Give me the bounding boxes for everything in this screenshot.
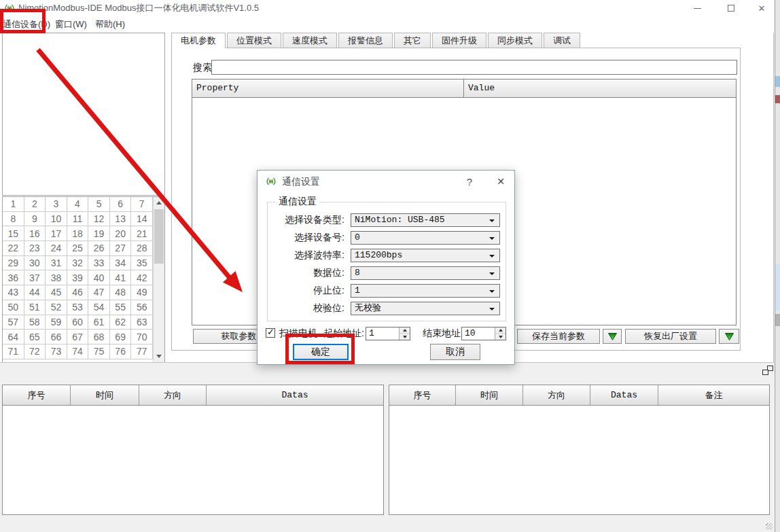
address-grid-cell[interactable]: 37	[24, 270, 46, 285]
address-grid-cell[interactable]: 65	[24, 330, 46, 344]
address-grid-cell[interactable]: 11	[67, 212, 89, 227]
address-grid-cell[interactable]: 12	[88, 212, 110, 227]
address-grid-cell[interactable]: 16	[24, 226, 46, 241]
address-grid-cell[interactable]: 38	[46, 270, 67, 285]
address-grid-cell[interactable]: 71	[3, 344, 24, 359]
address-grid-cell[interactable]: 13	[110, 212, 132, 227]
address-grid-cell[interactable]: 70	[131, 330, 153, 344]
tab-position-mode[interactable]: 位置模式	[227, 33, 281, 48]
address-grid-cell[interactable]: 2	[24, 197, 46, 212]
end-address-spinner[interactable]: 10	[461, 327, 506, 340]
restore-dropdown-button[interactable]	[719, 329, 739, 344]
address-grid-cell[interactable]: 21	[131, 226, 153, 241]
address-grid-cell[interactable]: 5	[88, 197, 110, 212]
address-grid-cell[interactable]: 41	[110, 270, 132, 285]
address-grid-cell[interactable]: 58	[24, 315, 46, 330]
address-grid-cell[interactable]: 3	[46, 197, 67, 212]
menu-window[interactable]: 窗口(W)	[55, 16, 87, 33]
resize-grip[interactable]	[766, 523, 773, 530]
address-grid-cell[interactable]: 17	[46, 226, 67, 241]
close-button[interactable]: ✕	[751, 0, 772, 16]
address-grid-cell[interactable]: 50	[3, 300, 24, 315]
float-dock-button[interactable]	[762, 366, 773, 375]
scan-motor-checkbox[interactable]: ✓	[266, 328, 275, 338]
tab-debug[interactable]: 调试	[544, 33, 580, 48]
address-grid-cell[interactable]: 36	[3, 270, 24, 285]
menu-communication-device[interactable]: 通信设备(D)	[3, 16, 50, 33]
address-grid-cell[interactable]: 67	[67, 330, 89, 344]
menu-help[interactable]: 帮助(H)	[95, 16, 125, 33]
address-grid-cell[interactable]: 20	[110, 226, 132, 241]
search-input[interactable]	[211, 60, 737, 75]
address-grid-cell[interactable]: 31	[46, 256, 67, 271]
address-grid-cell[interactable]: 76	[110, 344, 132, 359]
start-address-spinner[interactable]: 1	[366, 327, 410, 340]
address-grid-cell[interactable]: 33	[88, 256, 110, 271]
address-grid-cell[interactable]: 73	[46, 344, 67, 359]
address-grid-cell[interactable]: 44	[24, 285, 46, 300]
address-grid-cell[interactable]: 30	[24, 256, 46, 271]
address-grid-cell[interactable]: 40	[88, 270, 110, 285]
address-grid-cell[interactable]: 39	[67, 270, 89, 285]
address-grid-cell[interactable]: 1	[3, 197, 24, 212]
combo-box[interactable]: NiMotion: USB-485	[351, 213, 500, 227]
address-grid-cell[interactable]: 47	[88, 285, 110, 300]
address-grid-cell[interactable]: 35	[131, 256, 153, 271]
combo-box[interactable]: 0	[351, 231, 500, 245]
address-grid-cell[interactable]: 69	[110, 330, 132, 344]
address-grid-cell[interactable]: 29	[3, 256, 24, 271]
address-grid-cell[interactable]: 28	[131, 241, 153, 256]
address-grid-cell[interactable]: 15	[3, 226, 24, 241]
combo-box[interactable]: 无校验	[351, 302, 500, 315]
save-current-params-button[interactable]: 保存当前参数	[517, 329, 600, 344]
scroll-up-icon[interactable]	[154, 197, 164, 209]
tab-motor-params[interactable]: 电机参数	[171, 33, 226, 48]
spin-up-icon[interactable]	[495, 327, 506, 334]
address-grid-cell[interactable]: 43	[3, 285, 24, 300]
grid-scrollbar[interactable]	[153, 197, 164, 362]
address-grid-cell[interactable]: 68	[88, 330, 110, 344]
address-grid-cell[interactable]: 57	[3, 315, 24, 330]
address-grid-cell[interactable]: 24	[46, 241, 67, 256]
address-grid-cell[interactable]: 60	[67, 315, 89, 330]
tab-firmware-upgrade[interactable]: 固件升级	[432, 33, 486, 48]
scroll-down-icon[interactable]	[154, 351, 164, 362]
address-grid-cell[interactable]: 46	[67, 285, 89, 300]
address-grid-cell[interactable]: 53	[67, 300, 89, 315]
combo-box[interactable]: 8	[351, 266, 500, 280]
spin-down-icon[interactable]	[495, 334, 506, 340]
address-grid-cell[interactable]: 9	[24, 212, 46, 227]
dialog-help-button[interactable]: ?	[459, 171, 480, 192]
tab-sync-mode[interactable]: 同步模式	[488, 33, 542, 48]
address-grid-cell[interactable]: 64	[3, 330, 24, 344]
address-grid-cell[interactable]: 14	[131, 212, 153, 227]
save-dropdown-button[interactable]	[603, 329, 622, 344]
restore-factory-button[interactable]: 恢复出厂设置	[625, 329, 716, 344]
address-grid-cell[interactable]: 19	[88, 226, 110, 241]
tab-other[interactable]: 其它	[394, 33, 431, 48]
address-grid-cell[interactable]: 62	[110, 315, 132, 330]
tab-speed-mode[interactable]: 速度模式	[283, 33, 337, 48]
address-grid-cell[interactable]: 25	[67, 241, 89, 256]
address-grid-cell[interactable]: 56	[131, 300, 153, 315]
address-grid-cell[interactable]: 27	[110, 241, 132, 256]
address-grid-cell[interactable]: 77	[131, 344, 153, 359]
spin-down-icon[interactable]	[400, 334, 410, 340]
address-grid-cell[interactable]: 49	[131, 285, 153, 300]
scrollbar-thumb[interactable]	[154, 209, 164, 264]
address-grid-cell[interactable]: 75	[88, 344, 110, 359]
address-grid-cell[interactable]: 26	[88, 241, 110, 256]
address-grid-cell[interactable]: 10	[46, 212, 67, 227]
address-grid-cell[interactable]: 55	[110, 300, 132, 315]
minimize-button[interactable]	[687, 0, 707, 16]
address-grid-cell[interactable]: 48	[110, 285, 132, 300]
address-grid-cell[interactable]: 54	[88, 300, 110, 315]
ok-button[interactable]: 确定	[293, 344, 349, 360]
address-grid-cell[interactable]: 74	[67, 344, 89, 359]
address-grid-cell[interactable]: 52	[46, 300, 67, 315]
address-grid-cell[interactable]: 32	[67, 256, 89, 271]
address-grid-cell[interactable]: 42	[131, 270, 153, 285]
address-grid-cell[interactable]: 45	[46, 285, 67, 300]
address-grid-cell[interactable]: 23	[24, 241, 46, 256]
combo-box[interactable]: 1	[351, 284, 500, 298]
